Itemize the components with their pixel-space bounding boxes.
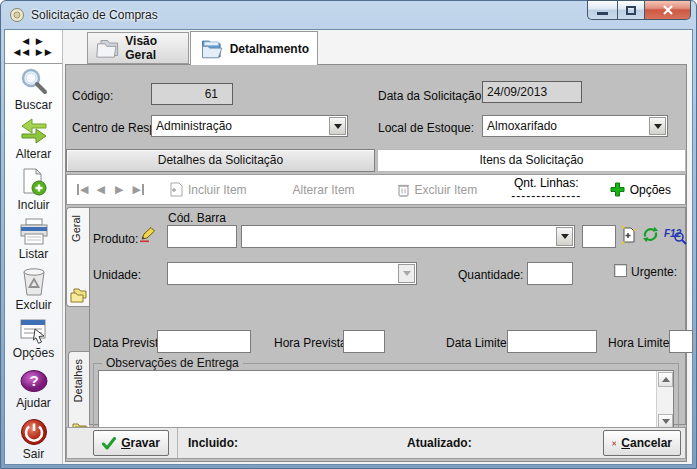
- sidebar-item-buscar[interactable]: Buscar: [5, 64, 62, 114]
- urgente-checkbox[interactable]: [614, 264, 627, 277]
- observacoes-group: Observações de Entrega: [93, 363, 679, 436]
- edit-pencil-icon[interactable]: [138, 226, 156, 244]
- f12-lookup-button[interactable]: F12: [664, 227, 690, 245]
- power-icon: [20, 418, 48, 446]
- side-tab-geral[interactable]: Geral: [66, 207, 89, 307]
- tab-label: Detalhamento: [230, 42, 309, 56]
- sidebar-item-label: Listar: [19, 247, 48, 261]
- opcoes-button[interactable]: Opções: [610, 182, 671, 197]
- chevron-down-icon: [398, 264, 415, 283]
- alterar-item-button[interactable]: Alterar Item: [293, 183, 355, 197]
- gravar-label: Gravar: [121, 436, 160, 450]
- cod-barra-label: Cód. Barra: [168, 211, 226, 225]
- options-window-icon: [20, 319, 48, 345]
- nav-next-button[interactable]: ▶: [115, 184, 123, 195]
- chevron-down-icon[interactable]: [329, 117, 346, 135]
- local-estoque-value: Almoxarifado: [487, 119, 557, 133]
- record-navigator[interactable]: ◀ ▶ ◀◀ ▶▶: [5, 30, 62, 64]
- hora-limite-input[interactable]: [669, 330, 693, 353]
- produto-qty-input[interactable]: [582, 225, 616, 248]
- local-estoque-label: Local de Estoque:: [378, 121, 474, 135]
- data-solicitacao-field: 24/09/2013: [482, 81, 582, 103]
- sidebar-item-opcoes[interactable]: Opções: [5, 314, 62, 364]
- close-button[interactable]: [645, 0, 691, 20]
- data-limite-label: Data Limite:: [446, 336, 510, 350]
- nav-arrows-row2[interactable]: ◀◀ ▶▶: [13, 47, 53, 58]
- side-tab-detalhes[interactable]: Detalhes: [68, 351, 89, 439]
- printer-icon: [19, 218, 49, 246]
- sidebar-item-ajudar[interactable]: ? Ajudar: [5, 364, 62, 414]
- sidebar-item-label: Incluir: [17, 198, 49, 212]
- refresh-icon[interactable]: [642, 226, 659, 243]
- sidebar-item-label: Opções: [13, 346, 54, 360]
- excluir-item-button[interactable]: Excluir Item: [397, 182, 478, 197]
- nav-first-button[interactable]: ◀: [77, 184, 88, 195]
- search-icon: [19, 67, 49, 97]
- centro-respons-select[interactable]: Administração: [151, 115, 348, 137]
- nav-arrows-row1[interactable]: ◀ ▶: [22, 36, 44, 47]
- plus-icon: [610, 182, 625, 197]
- sidebar-item-label: Ajudar: [16, 396, 51, 410]
- folders-stack-icon: [70, 288, 87, 303]
- svg-text:?: ?: [29, 372, 38, 389]
- sidebar-item-sair[interactable]: Sair: [5, 414, 62, 464]
- tab-detalhamento[interactable]: Detalhamento: [190, 31, 318, 65]
- close-icon: [662, 5, 674, 15]
- maximize-button[interactable]: [617, 0, 645, 20]
- incluir-item-button[interactable]: Incluir Item: [170, 182, 247, 197]
- hora-prevista-input[interactable]: [343, 330, 385, 353]
- qnt-linhas-label: Qnt. Linhas:: [514, 177, 579, 190]
- observacoes-textarea[interactable]: [98, 370, 674, 431]
- incluir-item-label: Incluir Item: [188, 183, 247, 197]
- chevron-down-icon[interactable]: [556, 227, 573, 246]
- main-area: Visão Geral Detalhamento Código: 61 Data…: [63, 30, 692, 464]
- sidebar-item-incluir[interactable]: Incluir: [5, 164, 62, 214]
- produto-select[interactable]: [241, 225, 575, 248]
- alterar-item-label: Alterar Item: [293, 183, 355, 197]
- sidebar-item-label: Excluir: [15, 298, 51, 312]
- centro-respons-value: Administração: [156, 119, 232, 133]
- data-limite-input[interactable]: [507, 330, 597, 353]
- detail-region: Geral Detalhes: [66, 207, 686, 425]
- sidebar: ◀ ▶ ◀◀ ▶▶ Buscar Alterar: [5, 30, 63, 464]
- subtab-detalhes-solicitacao[interactable]: Detalhes da Solicitação: [66, 149, 375, 172]
- urgente-label: Urgente:: [631, 265, 677, 279]
- title-bar[interactable]: Solicitação de Compras: [1, 1, 696, 29]
- cancelar-button[interactable]: Cancelar: [603, 430, 681, 456]
- help-icon: ?: [19, 369, 49, 395]
- nav-prev-button[interactable]: ◀: [96, 184, 104, 195]
- produto-label: Produto:: [93, 232, 138, 246]
- incluido-label: Incluido:: [188, 436, 238, 450]
- cod-barra-input[interactable]: [167, 225, 237, 248]
- swap-arrows-icon: [19, 118, 49, 146]
- folder-open-icon: [199, 36, 224, 62]
- chevron-down-icon[interactable]: [649, 117, 666, 135]
- sidebar-item-alterar[interactable]: Alterar: [5, 114, 62, 164]
- scroll-up-icon[interactable]: [658, 372, 673, 387]
- data-prevista-input[interactable]: [157, 330, 251, 353]
- cancelar-label: Cancelar: [621, 436, 672, 450]
- sidebar-item-label: Alterar: [16, 147, 51, 161]
- app-icon: [9, 7, 25, 23]
- local-estoque-select[interactable]: Almoxarifado: [482, 115, 668, 137]
- gravar-button[interactable]: Gravar: [93, 430, 169, 456]
- unidade-select: [167, 262, 417, 285]
- scrollbar[interactable]: [656, 371, 673, 430]
- codigo-label: Código:: [72, 89, 113, 103]
- items-toolbar: ◀ ◀ ▶ ▶ Incluir Item Alterar Item: [66, 174, 686, 205]
- add-product-icon[interactable]: [621, 225, 638, 245]
- window-title: Solicitação de Compras: [31, 8, 158, 22]
- nav-last-button[interactable]: ▶: [132, 184, 143, 195]
- tab-label: Visão Geral: [125, 34, 180, 62]
- qnt-linhas-value: --------------: [511, 190, 581, 203]
- sidebar-item-listar[interactable]: Listar: [5, 214, 62, 264]
- folder-closed-icon: [96, 36, 119, 60]
- sidebar-item-excluir[interactable]: Excluir: [5, 264, 62, 314]
- x-icon: [612, 437, 616, 450]
- tab-visao-geral[interactable]: Visão Geral: [87, 32, 189, 64]
- magnifier-small-icon: [673, 231, 687, 245]
- document-add-icon: [170, 182, 183, 197]
- minimize-button[interactable]: [587, 0, 617, 20]
- subtab-itens-solicitacao[interactable]: Itens da Solicitação: [377, 149, 686, 172]
- quantidade-input[interactable]: [527, 262, 573, 285]
